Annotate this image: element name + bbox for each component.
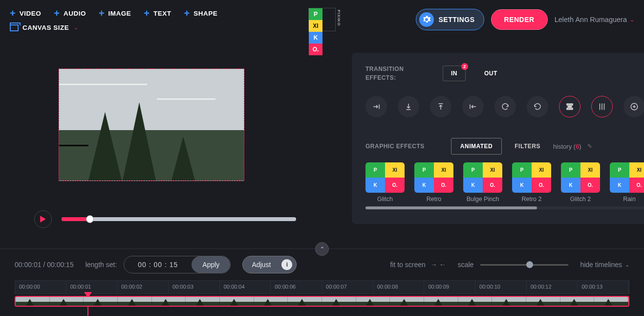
svg-rect-4	[570, 106, 572, 108]
effect-rain[interactable]: PXIKO.Rain	[610, 162, 644, 203]
app-header: +VIDEO +AUDIO +IMAGE +TEXT +SHAPE CANVAS…	[0, 0, 644, 39]
effect-retro[interactable]: PXIKO.Retro	[414, 162, 453, 203]
canvas-preview[interactable]	[59, 68, 244, 181]
ruler-tick[interactable]: 00:00:02	[117, 281, 169, 293]
frame-thumb	[186, 297, 220, 306]
slide-down-icon[interactable]	[398, 96, 419, 117]
effect-label: Glitch 2	[561, 196, 600, 203]
svg-rect-3	[568, 106, 569, 108]
tab-filters[interactable]: FILTERS	[506, 138, 549, 154]
video-track[interactable]	[15, 296, 629, 307]
effect-label: Retro 2	[512, 196, 551, 203]
ruler-tick[interactable]: 00:00:01	[66, 281, 118, 293]
adjust-button[interactable]: Adjust i	[242, 256, 297, 273]
frame-thumb	[322, 297, 356, 306]
add-shape-button[interactable]: +SHAPE	[184, 8, 218, 19]
effects-panel: TRANSITION EFFECTS: IN2 OUT ‹ › GRAPHIC …	[352, 53, 644, 224]
frame-thumb	[356, 297, 390, 306]
seek-slider[interactable]	[62, 217, 296, 221]
frame-thumb	[492, 297, 526, 306]
chevron-down-icon: ⌄	[630, 17, 634, 23]
effect-glitch-2[interactable]: PXIKO.Glitch 2	[561, 162, 600, 203]
frame-thumb	[220, 297, 254, 306]
play-button[interactable]	[34, 210, 52, 228]
fit-icon: → ←	[430, 261, 446, 269]
slide-left-icon[interactable]	[462, 96, 484, 117]
svg-rect-5	[567, 108, 568, 110]
add-audio-button[interactable]: +AUDIO	[54, 8, 86, 19]
ruler-tick[interactable]: 00:00:07	[322, 281, 373, 293]
pencil-icon[interactable]: ✎	[587, 143, 592, 150]
svg-rect-2	[571, 104, 573, 105]
canvas-size-button[interactable]: CANVAS SIZE ⌄	[10, 24, 217, 31]
rotate-cw-icon[interactable]	[494, 96, 516, 117]
scale-label: scale	[458, 261, 474, 269]
collapse-handle[interactable]: ⌃	[315, 242, 329, 256]
svg-rect-0	[567, 104, 568, 105]
tab-animated[interactable]: ANIMATED	[451, 138, 502, 155]
tab-out[interactable]: OUT	[476, 66, 505, 81]
apply-button[interactable]: Apply	[192, 256, 230, 273]
slide-up-icon[interactable]	[430, 96, 451, 117]
effect-label: Rain	[610, 196, 644, 203]
effect-label: Retro	[414, 196, 453, 203]
frame-thumb	[254, 297, 288, 306]
length-input[interactable]: 00 : 00 : 15	[124, 256, 192, 273]
info-icon: i	[281, 259, 292, 270]
timeline-ruler[interactable]: 00:00:0000:00:0100:00:0200:00:0300:00:04…	[15, 280, 629, 294]
add-text-button[interactable]: +TEXT	[144, 8, 171, 19]
ruler-tick[interactable]: 00:00:12	[527, 281, 578, 293]
zoom-in-icon[interactable]	[623, 96, 644, 117]
canvas-icon	[10, 24, 19, 31]
rotate-ccw-icon[interactable]	[527, 96, 548, 117]
badge: 2	[461, 63, 468, 70]
length-set-label: length set:	[86, 261, 117, 269]
pixelate-icon[interactable]	[559, 96, 580, 117]
svg-rect-1	[569, 104, 571, 105]
chevron-down-icon: ⌄	[74, 24, 78, 31]
add-image-button[interactable]: +IMAGE	[99, 8, 131, 19]
seek-handle[interactable]	[86, 215, 94, 223]
effect-label: Bulge Pinch	[463, 196, 502, 203]
wave-icon[interactable]	[591, 96, 613, 117]
effects-scrollbar[interactable]	[365, 206, 644, 209]
gear-icon	[419, 12, 434, 27]
frame-thumb	[152, 297, 186, 306]
fit-to-screen-button[interactable]: fit to screen → ←	[390, 261, 446, 269]
effect-retro-2[interactable]: PXIKO.Retro 2	[512, 162, 551, 203]
add-video-button[interactable]: +VIDEO	[10, 8, 41, 19]
hide-timelines-button[interactable]: hide timelines⌄	[580, 261, 629, 269]
ruler-tick[interactable]: 00:00:04	[220, 281, 271, 293]
frame-thumb	[560, 297, 595, 306]
frame-thumb	[288, 297, 322, 306]
svg-rect-6	[569, 108, 571, 110]
frame-thumb	[50, 297, 84, 306]
effect-bulge-pinch[interactable]: PXIKO.Bulge Pinch	[463, 162, 502, 203]
transition-icons	[365, 96, 644, 117]
ruler-tick[interactable]: 00:00:06	[271, 281, 322, 293]
slide-right-icon[interactable]	[365, 96, 387, 117]
effect-glitch[interactable]: PXIKO.Glitch	[365, 162, 405, 203]
plus-icon: +	[99, 8, 105, 19]
settings-button[interactable]: SETTINGS	[416, 9, 484, 30]
chevron-down-icon: ⌄	[625, 262, 629, 268]
timecode: 00:00:01 / 00:00:15	[15, 261, 74, 269]
ruler-tick[interactable]: 00:00:03	[169, 281, 220, 293]
ruler-tick[interactable]: 00:00:08	[373, 281, 425, 293]
scale-slider[interactable]	[480, 264, 568, 266]
ruler-tick[interactable]: 00:00:13	[578, 281, 629, 293]
timeline: 00:00:0000:00:0100:00:0200:00:0300:00:04…	[0, 280, 644, 307]
user-menu[interactable]: Leleth Ann Rumaguera⌄	[555, 16, 634, 23]
ruler-tick[interactable]: 00:00:00	[15, 281, 66, 293]
history-link[interactable]: history (6)	[553, 143, 581, 150]
plus-icon: +	[10, 8, 16, 19]
plus-icon: +	[184, 8, 190, 19]
ruler-tick[interactable]: 00:00:09	[424, 281, 475, 293]
frame-thumb	[458, 297, 493, 306]
tab-in[interactable]: IN2	[443, 66, 466, 81]
frame-thumb	[84, 297, 118, 306]
render-button[interactable]: RENDER	[491, 9, 548, 30]
ruler-tick[interactable]: 00:00:10	[475, 281, 527, 293]
transition-label: TRANSITION EFFECTS:	[365, 65, 405, 82]
frame-thumb	[424, 297, 458, 306]
